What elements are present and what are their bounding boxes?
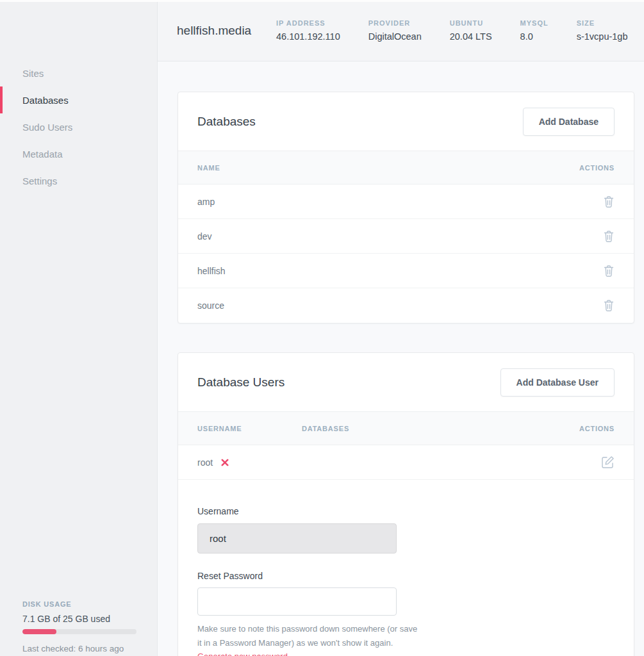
users-table-header: USERNAME DATABASES ACTIONS: [178, 411, 634, 445]
add-database-button[interactable]: Add Database: [523, 108, 615, 136]
disk-progress-bar: [22, 629, 136, 634]
edit-icon: [601, 455, 615, 469]
sidebar-item-settings[interactable]: Settings: [0, 167, 157, 194]
server-name: hellfish.media: [177, 24, 257, 38]
sidebar-item-label: Sites: [22, 68, 44, 79]
sidebar-item-label: Databases: [22, 95, 69, 106]
add-database-user-button[interactable]: Add Database User: [500, 368, 615, 397]
database-name: hellfish: [197, 266, 603, 276]
remove-x-icon: [221, 459, 229, 466]
edit-user-button[interactable]: [601, 455, 615, 469]
databases-card: Databases Add Database NAME ACTIONS amp …: [178, 92, 634, 324]
table-row: dev: [178, 219, 634, 254]
column-username: USERNAME: [197, 425, 302, 432]
sidebar-item-sudo-users[interactable]: Sudo Users: [0, 113, 157, 140]
database-users-card: Database Users Add Database User USERNAM…: [178, 352, 634, 656]
stat-ubuntu: UBUNTU 20.04 LTS: [450, 19, 492, 42]
sidebar-item-label: Metadata: [22, 149, 63, 160]
username-field: [197, 523, 397, 554]
sidebar: Sites Databases Sudo Users Metadata Sett…: [0, 0, 158, 656]
table-row: hellfish: [178, 254, 634, 288]
database-name: source: [197, 300, 603, 311]
database-name: amp: [197, 197, 603, 207]
trash-icon: [603, 299, 615, 312]
sidebar-item-metadata[interactable]: Metadata: [0, 140, 157, 167]
column-actions: ACTIONS: [579, 425, 615, 432]
delete-database-button[interactable]: [603, 299, 615, 312]
username-cell: root: [197, 457, 302, 468]
database-users-card-title: Database Users: [197, 375, 285, 390]
delete-database-button[interactable]: [603, 195, 615, 208]
generate-password-link[interactable]: Generate new password: [197, 652, 288, 656]
disk-usage-widget: DISK USAGE 7.1 GB of 25 GB used Last che…: [22, 600, 136, 653]
password-helper-text: Make sure to note this password down som…: [197, 622, 418, 650]
delete-database-button[interactable]: [603, 265, 615, 277]
reset-password-label: Reset Password: [197, 571, 615, 581]
column-databases: DATABASES: [302, 425, 579, 432]
active-item-indicator: [0, 86, 3, 113]
column-name: NAME: [197, 164, 579, 172]
sidebar-item-sites[interactable]: Sites: [0, 60, 157, 86]
table-row: source: [178, 288, 634, 323]
server-stats: IP ADDRESS 46.101.192.110 PROVIDER Digit…: [276, 19, 628, 42]
reset-password-field[interactable]: [197, 587, 397, 616]
username-text: root: [197, 457, 213, 468]
sidebar-nav: Sites Databases Sudo Users Metadata Sett…: [0, 0, 157, 194]
disk-progress-fill: [22, 629, 56, 634]
trash-icon: [603, 230, 615, 243]
sidebar-item-label: Sudo Users: [22, 122, 72, 133]
edit-user-form: Username Reset Password Make sure to not…: [178, 480, 634, 656]
username-label: Username: [197, 506, 239, 516]
disk-usage-text: 7.1 GB of 25 GB used: [22, 614, 136, 624]
stat-provider: PROVIDER DigitalOcean: [368, 19, 422, 42]
disk-usage-title: DISK USAGE: [22, 600, 136, 608]
window-top-edge: [0, 0, 644, 2]
table-row-user-root: root: [178, 445, 634, 480]
table-row: amp: [178, 184, 634, 219]
database-name: dev: [197, 231, 603, 242]
server-header: hellfish.media IP ADDRESS 46.101.192.110…: [158, 0, 644, 62]
databases-card-title: Databases: [197, 115, 256, 129]
column-actions: ACTIONS: [579, 164, 615, 172]
delete-database-button[interactable]: [603, 230, 615, 243]
stat-ip-address: IP ADDRESS 46.101.192.110: [276, 19, 340, 42]
sidebar-item-databases[interactable]: Databases: [0, 86, 157, 113]
disk-last-checked: Last checked: 6 hours ago: [22, 644, 136, 653]
stat-mysql: MYSQL 8.0: [520, 19, 549, 42]
databases-table-header: NAME ACTIONS: [178, 151, 634, 184]
trash-icon: [603, 265, 615, 277]
main-content: Databases Add Database NAME ACTIONS amp …: [158, 62, 644, 656]
remove-user-button[interactable]: [221, 459, 229, 466]
trash-icon: [603, 195, 615, 208]
stat-size: SIZE s-1vcpu-1gb: [577, 19, 628, 42]
sidebar-item-label: Settings: [22, 176, 57, 186]
